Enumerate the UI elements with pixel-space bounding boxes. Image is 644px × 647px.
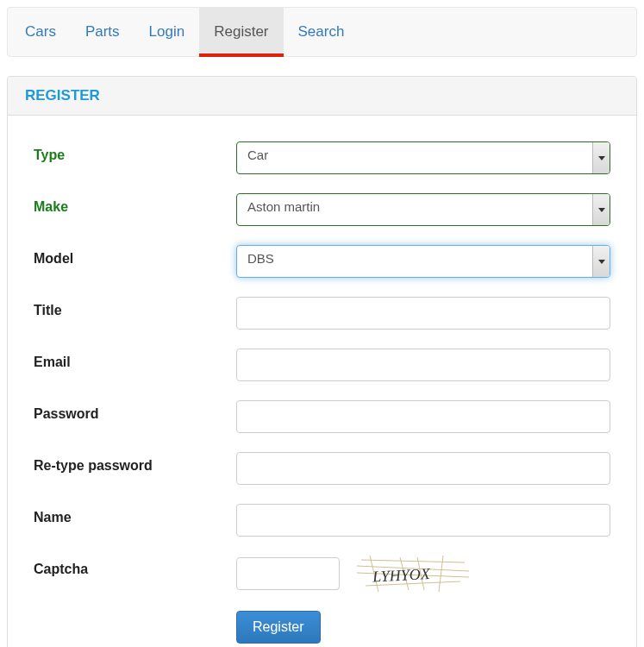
register-panel: REGISTER Type Car Make Aston martin Mode… [7,76,637,647]
model-select[interactable]: DBS [236,245,610,278]
svg-line-3 [439,556,443,592]
nav-bar: Cars Parts Login Register Search [7,7,637,57]
register-button[interactable]: Register [236,611,321,644]
register-form: Type Car Make Aston martin Model D [8,116,636,647]
captcha-image: LYHYOX [357,556,469,592]
nav-login[interactable]: Login [134,8,200,56]
title-input[interactable] [236,297,610,330]
nav-register[interactable]: Register [199,8,283,56]
captcha-label: Captcha [34,556,236,577]
type-select[interactable]: Car [236,141,610,174]
password-input[interactable] [236,400,610,433]
name-input[interactable] [236,504,610,537]
name-label: Name [34,504,236,525]
re-password-input[interactable] [236,452,610,485]
email-input[interactable] [236,349,610,381]
svg-text:LYHYOX: LYHYOX [372,565,432,586]
nav-cars[interactable]: Cars [8,8,71,56]
password-label: Password [34,400,236,422]
nav-search[interactable]: Search [284,8,360,56]
panel-heading: REGISTER [8,77,636,116]
model-label: Model [34,245,236,267]
make-label: Make [34,193,236,215]
title-label: Title [34,297,236,318]
re-password-label: Re-type password [34,452,236,474]
make-select[interactable]: Aston martin [236,193,610,226]
captcha-input[interactable] [236,557,340,590]
nav-parts[interactable]: Parts [71,8,134,56]
svg-line-0 [361,560,465,562]
email-label: Email [34,349,236,370]
type-label: Type [34,141,236,163]
